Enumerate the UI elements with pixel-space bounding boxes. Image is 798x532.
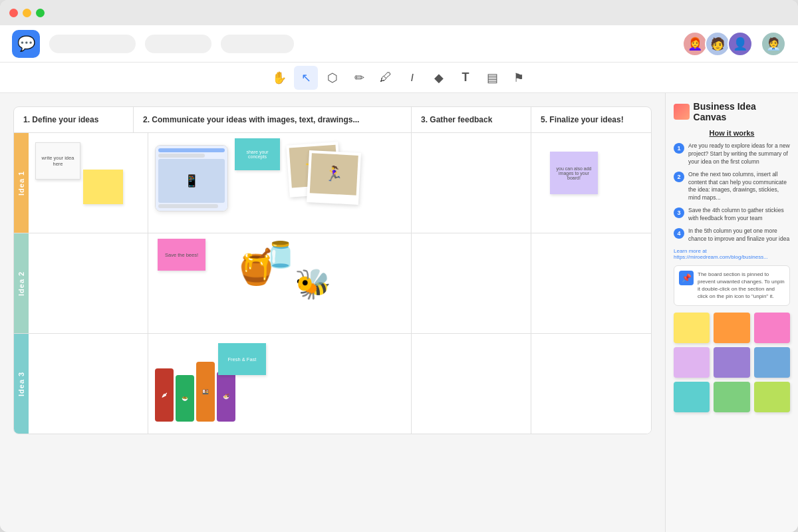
right-panel: Business Idea Canvas How it works 1 Are … bbox=[665, 93, 798, 532]
row1-cells: write your idea here 📱 bbox=[29, 133, 651, 233]
column-headers: 1. Define your ideas 2. Communicate your… bbox=[14, 107, 651, 133]
col-header-1: 1. Define your ideas bbox=[14, 107, 134, 132]
sticky-add-images[interactable]: you can also add images to your board! bbox=[550, 152, 598, 194]
sticky-tool[interactable]: ▤ bbox=[480, 66, 504, 90]
cell-1-3[interactable] bbox=[412, 133, 531, 233]
row-label-1: Idea 1 bbox=[14, 133, 29, 233]
cell-1-1[interactable]: write your idea here bbox=[29, 133, 148, 233]
learn-more-link[interactable]: Learn more at https://miroedream.com/blo… bbox=[674, 248, 790, 260]
palette-cyan[interactable] bbox=[674, 382, 710, 412]
cell-3-2[interactable]: 🌶 🥗 🍱 🍜 Fresh & Fast bbox=[148, 334, 412, 434]
project-nav[interactable] bbox=[49, 35, 136, 53]
maximize-button[interactable] bbox=[36, 9, 45, 17]
step-2: 2 One the next two columns, insert all c… bbox=[674, 171, 790, 203]
hand-tool[interactable]: ✋ bbox=[267, 66, 291, 90]
step-3-text: Save the 4th column to gather stickies w… bbox=[688, 207, 790, 223]
board-nav[interactable] bbox=[145, 35, 211, 53]
sticky-save-bees[interactable]: Save the bees! bbox=[158, 239, 205, 271]
palette-lavender[interactable] bbox=[674, 347, 710, 378]
shape-tool[interactable]: ◆ bbox=[427, 66, 451, 90]
cell-2-2[interactable]: Save the bees! 🍯 🐝 🫙 bbox=[148, 233, 412, 333]
app-logo[interactable]: 💬 bbox=[12, 30, 40, 58]
pen-tool[interactable]: ✏ bbox=[347, 66, 371, 90]
toolbar: ✋ ↖ ⬡ ✏ 🖊 / ◆ T ▤ ⚑ bbox=[0, 63, 798, 93]
step-1-num: 1 bbox=[674, 143, 684, 154]
cell-1-2[interactable]: 📱 share your concepts 🤸‍♀️ bbox=[148, 133, 412, 233]
avatar-4: 🧑‍💼 bbox=[761, 31, 786, 57]
palette-purple[interactable] bbox=[714, 347, 749, 378]
row-label-2: Idea 2 bbox=[14, 233, 29, 333]
step-4-text: In the 5th column you get one more chanc… bbox=[688, 227, 790, 243]
step-1-text: Are you ready to explore ideas for a new… bbox=[688, 142, 790, 166]
frame-tool[interactable]: ⬡ bbox=[321, 66, 344, 90]
text-tool[interactable]: T bbox=[454, 66, 477, 90]
sticky-palette bbox=[674, 313, 790, 412]
row2-cells: Save the bees! 🍯 🐝 🫙 bbox=[29, 233, 651, 333]
cell-3-4[interactable] bbox=[531, 334, 651, 434]
pin-icon: 📌 bbox=[679, 271, 694, 285]
cell-3-1[interactable] bbox=[29, 334, 148, 434]
traffic-lights bbox=[9, 9, 45, 17]
col-header-4: 5. Finalize your ideas! bbox=[531, 107, 651, 132]
polaroid-2: 🏃‍♀️ bbox=[307, 150, 361, 205]
panel-title: Business Idea Canvas bbox=[694, 101, 790, 122]
pin-notice: 📌 The board section is pinned to prevent… bbox=[674, 265, 790, 306]
topbar: 💬 👩‍🦰 🧑 👤 🧑‍💼 bbox=[0, 25, 798, 63]
cell-2-4[interactable] bbox=[531, 233, 651, 333]
cell-3-3[interactable] bbox=[412, 334, 531, 434]
line-tool[interactable]: / bbox=[400, 66, 424, 90]
board-canvas[interactable]: 1. Define your ideas 2. Communicate your… bbox=[0, 93, 665, 532]
step-3: 3 Save the 4th column to gather stickies… bbox=[674, 207, 790, 223]
step-4: 4 In the 5th column you get one more cha… bbox=[674, 227, 790, 243]
select-tool[interactable]: ↖ bbox=[294, 66, 318, 90]
app-mockup: 📱 bbox=[155, 145, 228, 211]
step-4-num: 4 bbox=[674, 228, 684, 239]
row-idea2: Idea 2 Save the bees! 🍯 🐝 🫙 bbox=[14, 233, 651, 334]
panel-header: Business Idea Canvas bbox=[674, 101, 790, 122]
panel-icon bbox=[674, 104, 690, 120]
avatar-1: 👩‍🦰 bbox=[682, 31, 708, 57]
topbar-leftषषी: 💬 bbox=[12, 30, 294, 58]
mockup-bar3 bbox=[158, 204, 218, 208]
cell-1-4[interactable]: you can also add images to your board! bbox=[531, 133, 651, 233]
sticky-write-idea[interactable]: write your idea here bbox=[35, 142, 80, 180]
how-it-works-title: How it works bbox=[674, 129, 790, 137]
cell-2-3[interactable] bbox=[412, 233, 531, 333]
jar-illustration: 🫙 bbox=[265, 240, 296, 269]
cell-2-1[interactable] bbox=[29, 233, 148, 333]
more-tool[interactable]: ⚑ bbox=[507, 66, 531, 90]
share-nav[interactable] bbox=[221, 35, 294, 53]
palette-green[interactable] bbox=[714, 382, 749, 412]
palette-orange[interactable] bbox=[714, 313, 749, 343]
sticky-share-concepts[interactable]: share your concepts bbox=[235, 138, 280, 170]
palette-lime[interactable] bbox=[754, 382, 790, 412]
sticky-yellow-1[interactable] bbox=[83, 170, 123, 204]
step-2-text: One the next two columns, insert all con… bbox=[688, 171, 790, 203]
minimize-button[interactable] bbox=[23, 9, 31, 17]
board-rows: Idea 1 write your idea here bbox=[14, 133, 651, 434]
close-button[interactable] bbox=[9, 9, 18, 17]
mockup-img-area: 📱 bbox=[158, 159, 225, 203]
pin-text: The board section is pinned to prevent u… bbox=[698, 271, 785, 301]
palette-pink[interactable] bbox=[754, 313, 790, 343]
beehive-illustration: 🐝 bbox=[295, 267, 331, 301]
topbar-right: 👩‍🦰 🧑 👤 🧑‍💼 bbox=[688, 31, 786, 57]
polaroid-img-2: 🏃‍♀️ bbox=[310, 153, 358, 196]
col-header-3: 3. Gather feedback bbox=[412, 107, 531, 132]
row-idea1: Idea 1 write your idea here bbox=[14, 133, 651, 233]
palette-yellow[interactable] bbox=[674, 313, 710, 343]
main-area: 1. Define your ideas 2. Communicate your… bbox=[0, 93, 798, 532]
palette-blue[interactable] bbox=[754, 347, 790, 378]
sticky-fresh-fast[interactable]: Fresh & Fast bbox=[218, 343, 266, 375]
col-header-2: 2. Communicate your ideas with images, t… bbox=[134, 107, 412, 132]
mockup-bar1 bbox=[158, 148, 225, 152]
row3-cells: 🌶 🥗 🍱 🍜 Fresh & Fast bbox=[29, 334, 651, 434]
marker-tool[interactable]: 🖊 bbox=[374, 66, 398, 90]
step-1: 1 Are you ready to explore ideas for a n… bbox=[674, 142, 790, 166]
app-window: 💬 👩‍🦰 🧑 👤 🧑‍💼 ✋ ↖ ⬡ ✏ 🖊 / ◆ T ▤ ⚑ bbox=[0, 0, 798, 532]
avatar-2: 🧑 bbox=[705, 31, 730, 57]
mockup-screen: 📱 bbox=[156, 146, 227, 211]
row-label-3: Idea 3 bbox=[14, 334, 29, 434]
row-idea3: Idea 3 🌶 🥗 🍱 🍜 bbox=[14, 334, 651, 434]
step-3-num: 3 bbox=[674, 207, 684, 218]
